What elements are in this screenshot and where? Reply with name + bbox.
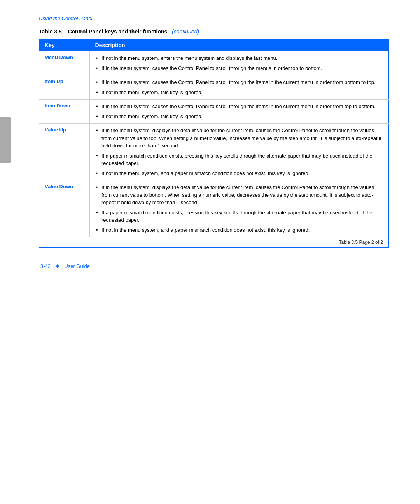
table-footer-row: Table 3.5 Page 2 of 2 (39, 237, 389, 248)
desc-cell: If in the menu system, displays the defa… (90, 124, 389, 180)
main-table: Key Description Menu DownIf not in the m… (39, 38, 389, 248)
table-title: Table 3.5 Control Panel keys and their f… (39, 28, 389, 35)
table-continued: (continued) (172, 28, 199, 35)
key-cell-item-up: Item Up (39, 75, 90, 100)
desc-bullet: If in the menu system, displays the defa… (95, 127, 383, 150)
desc-bullet: If not in the menu system, this key is i… (95, 89, 383, 96)
breadcrumb: Using the Control Panel (39, 16, 389, 21)
footer: 3-42 ❖ User Guide (39, 263, 389, 269)
table-row: Value UpIf in the menu system, displays … (39, 124, 389, 180)
desc-bullet: If in the menu system, causes the Contro… (95, 103, 383, 110)
page: Using the Control Panel Table 3.5 Contro… (0, 0, 420, 292)
desc-bullet: If in the menu system, displays the defa… (95, 184, 383, 206)
desc-bullet: If not in the menu system, this key is i… (95, 113, 383, 121)
desc-cell: If in the menu system, causes the Contro… (90, 100, 389, 124)
col-header-desc: Description (90, 39, 389, 52)
desc-bullet: If not in the menu system, enters the me… (95, 54, 383, 62)
desc-bullet: If not in the menu system, and a paper m… (95, 170, 383, 177)
table-title-text: Control Panel keys and their functions (68, 28, 167, 35)
key-cell-item-down: Item Down (39, 100, 90, 124)
desc-cell: If in the menu system, causes the Contro… (90, 75, 389, 100)
footer-separator: ❖ (55, 263, 60, 269)
desc-bullet: If a paper mismatch condition exists, pr… (95, 152, 383, 167)
col-header-key: Key (39, 39, 90, 52)
footer-page: 3-42 (40, 263, 51, 269)
desc-bullet: If in the menu system, causes the Contro… (95, 65, 383, 72)
footer-label: User Guide (64, 263, 90, 269)
table-header-row: Key Description (39, 39, 389, 52)
key-cell-menu-down: Menu Down (39, 51, 90, 75)
table-number: Table 3.5 (39, 28, 62, 35)
desc-bullet: If in the menu system, causes the Contro… (95, 79, 383, 86)
desc-cell: If in the menu system, displays the defa… (90, 180, 389, 237)
desc-bullet: If a paper mismatch condition exists, pr… (95, 209, 383, 224)
table-row: Menu DownIf not in the menu system, ente… (39, 51, 389, 75)
key-cell-value-down: Value Down (39, 180, 90, 237)
table-row: Item DownIf in the menu system, causes t… (39, 100, 389, 124)
desc-bullet: If not in the menu system, and a paper m… (95, 226, 383, 234)
desc-cell: If not in the menu system, enters the me… (90, 51, 389, 75)
page-note: Table 3.5 Page 2 of 2 (39, 237, 389, 248)
table-row: Value DownIf in the menu system, display… (39, 180, 389, 237)
key-cell-value-up: Value Up (39, 124, 90, 180)
side-tab (0, 117, 11, 163)
table-row: Item UpIf in the menu system, causes the… (39, 75, 389, 100)
